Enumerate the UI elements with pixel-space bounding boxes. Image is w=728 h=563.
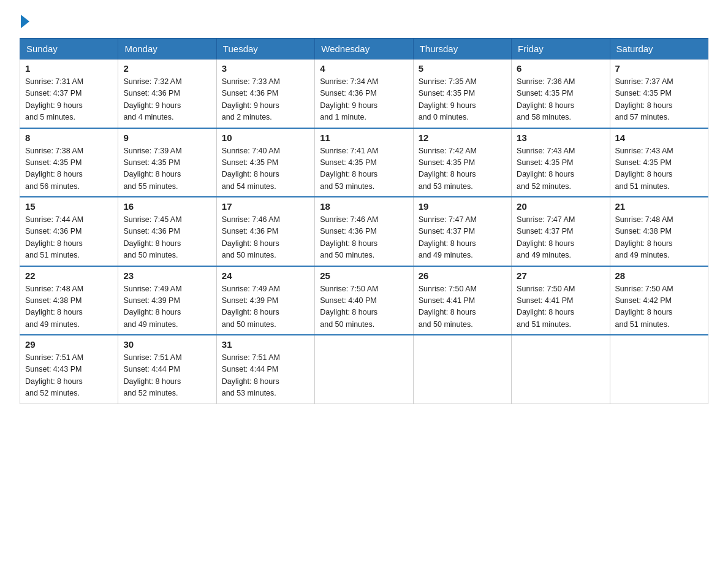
daylight-minutes-text: and 53 minutes. (419, 182, 473, 191)
daylight-minutes-text: and 52 minutes. (123, 389, 178, 397)
logo (20, 15, 32, 28)
sunset-text: Sunset: 4:36 PM (222, 227, 278, 236)
day-info: Sunrise: 7:47 AMSunset: 4:37 PMDaylight:… (517, 214, 604, 262)
day-number: 6 (517, 63, 604, 74)
day-info: Sunrise: 7:49 AMSunset: 4:39 PMDaylight:… (123, 283, 211, 331)
daylight-minutes-text: and 5 minutes. (25, 113, 75, 121)
day-of-week-header: Friday (512, 39, 610, 59)
day-info: Sunrise: 7:50 AMSunset: 4:41 PMDaylight:… (517, 283, 604, 331)
page-header (20, 15, 708, 28)
calendar-day-cell: 27Sunrise: 7:50 AMSunset: 4:41 PMDayligh… (512, 266, 610, 335)
sunrise-text: Sunrise: 7:50 AM (320, 285, 378, 293)
sunset-text: Sunset: 4:35 PM (123, 158, 180, 167)
daylight-text: Daylight: 8 hours (320, 308, 377, 316)
sunset-text: Sunset: 4:36 PM (123, 227, 180, 236)
day-info: Sunrise: 7:37 AMSunset: 4:35 PMDaylight:… (615, 76, 703, 124)
day-number: 16 (123, 201, 211, 212)
sunrise-text: Sunrise: 7:43 AM (517, 147, 575, 155)
day-info: Sunrise: 7:51 AMSunset: 4:44 PMDaylight:… (123, 352, 211, 400)
day-info: Sunrise: 7:31 AMSunset: 4:37 PMDaylight:… (25, 76, 113, 124)
day-info: Sunrise: 7:39 AMSunset: 4:35 PMDaylight:… (123, 145, 211, 193)
sunrise-text: Sunrise: 7:50 AM (517, 285, 575, 293)
daylight-text: Daylight: 8 hours (320, 239, 377, 248)
sunset-text: Sunset: 4:42 PM (615, 296, 672, 305)
daylight-minutes-text: and 50 minutes. (320, 320, 374, 329)
sunset-text: Sunset: 4:36 PM (320, 227, 376, 236)
sunrise-text: Sunrise: 7:47 AM (419, 215, 477, 224)
daylight-text: Daylight: 8 hours (320, 170, 377, 178)
day-number: 19 (419, 201, 506, 212)
daylight-text: Daylight: 9 hours (25, 101, 83, 110)
calendar-day-cell: 10Sunrise: 7:40 AMSunset: 4:35 PMDayligh… (216, 128, 314, 197)
daylight-text: Daylight: 9 hours (419, 101, 476, 110)
daylight-minutes-text: and 50 minutes. (222, 251, 276, 259)
sunrise-text: Sunrise: 7:33 AM (222, 77, 280, 86)
calendar-table: SundayMondayTuesdayWednesdayThursdayFrid… (20, 38, 708, 404)
daylight-text: Daylight: 8 hours (419, 239, 476, 248)
calendar-day-cell: 23Sunrise: 7:49 AMSunset: 4:39 PMDayligh… (118, 266, 216, 335)
daylight-minutes-text: and 52 minutes. (517, 182, 571, 191)
daylight-text: Daylight: 8 hours (517, 308, 574, 316)
sunset-text: Sunset: 4:37 PM (419, 227, 475, 236)
sunset-text: Sunset: 4:39 PM (222, 296, 278, 305)
sunset-text: Sunset: 4:44 PM (123, 365, 180, 373)
daylight-minutes-text: and 1 minute. (320, 113, 366, 121)
day-info: Sunrise: 7:48 AMSunset: 4:38 PMDaylight:… (25, 283, 113, 331)
daylight-minutes-text: and 50 minutes. (419, 320, 473, 329)
calendar-day-cell: 12Sunrise: 7:42 AMSunset: 4:35 PMDayligh… (413, 128, 511, 197)
day-number: 12 (419, 132, 506, 143)
day-number: 5 (419, 63, 506, 74)
daylight-text: Daylight: 8 hours (615, 239, 673, 248)
daylight-minutes-text: and 57 minutes. (615, 113, 670, 121)
calendar-day-cell: 11Sunrise: 7:41 AMSunset: 4:35 PMDayligh… (315, 128, 413, 197)
sunrise-text: Sunrise: 7:39 AM (123, 147, 181, 155)
sunrise-text: Sunrise: 7:37 AM (615, 77, 673, 86)
day-info: Sunrise: 7:36 AMSunset: 4:35 PMDaylight:… (517, 76, 604, 124)
day-number: 14 (615, 132, 703, 143)
day-number: 31 (222, 339, 309, 350)
daylight-text: Daylight: 8 hours (25, 239, 83, 248)
sunrise-text: Sunrise: 7:34 AM (320, 77, 378, 86)
calendar-day-cell (413, 335, 511, 404)
sunrise-text: Sunrise: 7:46 AM (320, 215, 378, 224)
day-number: 2 (123, 63, 211, 74)
daylight-minutes-text: and 53 minutes. (320, 182, 374, 191)
daylight-text: Daylight: 8 hours (25, 308, 83, 316)
sunset-text: Sunset: 4:41 PM (419, 296, 475, 305)
calendar-day-cell: 3Sunrise: 7:33 AMSunset: 4:36 PMDaylight… (216, 59, 314, 128)
day-info: Sunrise: 7:35 AMSunset: 4:35 PMDaylight:… (419, 76, 506, 124)
daylight-text: Daylight: 8 hours (222, 308, 279, 316)
daylight-text: Daylight: 8 hours (222, 170, 279, 178)
sunrise-text: Sunrise: 7:44 AM (25, 215, 83, 224)
daylight-text: Daylight: 8 hours (419, 308, 476, 316)
daylight-minutes-text: and 0 minutes. (419, 113, 469, 121)
sunrise-text: Sunrise: 7:40 AM (222, 147, 280, 155)
day-info: Sunrise: 7:51 AMSunset: 4:43 PMDaylight:… (25, 352, 113, 400)
day-info: Sunrise: 7:38 AMSunset: 4:35 PMDaylight:… (25, 145, 113, 193)
day-number: 13 (517, 132, 604, 143)
sunrise-text: Sunrise: 7:48 AM (615, 215, 673, 224)
daylight-minutes-text: and 54 minutes. (222, 182, 276, 191)
day-number: 21 (615, 201, 703, 212)
calendar-day-cell: 2Sunrise: 7:32 AMSunset: 4:36 PMDaylight… (118, 59, 216, 128)
daylight-minutes-text: and 49 minutes. (25, 320, 80, 329)
calendar-week-row: 22Sunrise: 7:48 AMSunset: 4:38 PMDayligh… (20, 266, 708, 335)
daylight-text: Daylight: 8 hours (123, 239, 181, 248)
day-info: Sunrise: 7:50 AMSunset: 4:40 PMDaylight:… (320, 283, 408, 331)
day-info: Sunrise: 7:46 AMSunset: 4:36 PMDaylight:… (320, 214, 408, 262)
calendar-day-cell: 1Sunrise: 7:31 AMSunset: 4:37 PMDaylight… (20, 59, 118, 128)
day-number: 15 (25, 201, 113, 212)
calendar-day-cell (610, 335, 708, 404)
day-number: 24 (222, 270, 309, 281)
day-number: 27 (517, 270, 604, 281)
calendar-day-cell: 28Sunrise: 7:50 AMSunset: 4:42 PMDayligh… (610, 266, 708, 335)
day-of-week-header: Sunday (20, 39, 118, 59)
day-number: 1 (25, 63, 113, 74)
calendar-day-cell: 25Sunrise: 7:50 AMSunset: 4:40 PMDayligh… (315, 266, 413, 335)
sunrise-text: Sunrise: 7:49 AM (222, 285, 280, 293)
day-number: 25 (320, 270, 408, 281)
sunrise-text: Sunrise: 7:36 AM (517, 77, 575, 86)
daylight-text: Daylight: 8 hours (615, 170, 673, 178)
daylight-minutes-text: and 2 minutes. (222, 113, 272, 121)
day-info: Sunrise: 7:34 AMSunset: 4:36 PMDaylight:… (320, 76, 408, 124)
